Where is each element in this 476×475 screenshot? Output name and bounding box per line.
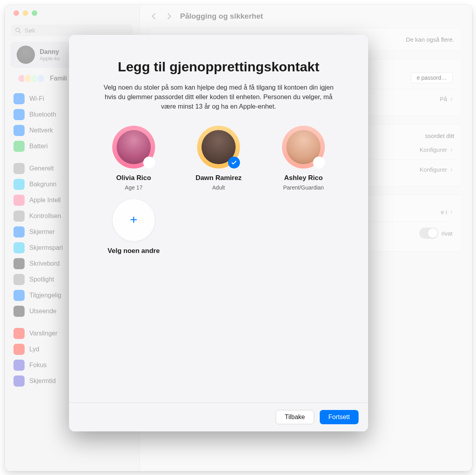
contact-name: Dawn Ramirez — [196, 174, 242, 182]
modal-body: Legg til gjenopprettingskontakt Velg noe… — [69, 35, 368, 402]
contact-name: Ashley Rico — [284, 174, 322, 182]
search-input[interactable]: Søk — [11, 25, 133, 36]
sidebar-item-label: Fokus — [29, 362, 47, 369]
sidebar-item-label: Tilgjengelig — [29, 292, 61, 299]
continue-button[interactable]: Fortsett — [320, 410, 359, 424]
sidebar-item-label: Utseende — [29, 308, 57, 315]
page-title: Pålogging og sikkerhet — [180, 12, 263, 21]
sidebar-icon — [13, 163, 25, 174]
sidebar-item-label: Lyd — [29, 346, 39, 353]
contact-option-olivia[interactable]: Olivia Rico Age 17 — [99, 126, 168, 191]
close-window-icon[interactable] — [13, 10, 19, 16]
sidebar-icon — [13, 360, 25, 371]
account-sub: Apple-ko — [40, 56, 60, 61]
sidebar-icon — [13, 109, 25, 120]
contact-sub: Adult — [212, 184, 225, 191]
sidebar-item-label: Wi-Fi — [29, 95, 44, 102]
modal-footer: Tilbake Fortsett — [69, 402, 368, 431]
sidebar-icon — [13, 195, 25, 206]
avatar — [17, 46, 35, 64]
contact-sub: Age 17 — [125, 184, 142, 191]
sidebar-icon — [13, 344, 25, 355]
sidebar-item-label: Skrivebord — [29, 260, 60, 267]
search-icon — [15, 27, 21, 34]
chevron-right-icon: › — [450, 146, 453, 154]
contact-name: Olivia Rico — [116, 174, 151, 182]
sidebar-item-label: Bakgrunn — [29, 181, 57, 188]
maximize-window-icon[interactable] — [32, 10, 37, 16]
sidebar-item-label: Batteri — [29, 143, 48, 150]
selection-indicator-icon — [313, 157, 325, 169]
sidebar-item-label: Varslinger — [29, 330, 58, 337]
forward-button[interactable] — [165, 12, 173, 20]
selection-indicator-icon — [143, 157, 155, 169]
sidebar-item-label: Kontrollsen — [29, 213, 61, 220]
sidebar-item-label: Skjermspari — [29, 244, 63, 251]
sidebar-icon — [13, 179, 25, 190]
sidebar-icon — [13, 306, 25, 317]
private-toggle[interactable] — [419, 228, 438, 239]
sidebar-item-label: Spotlight — [29, 276, 54, 283]
sidebar-item-label: Apple Intell — [29, 197, 61, 204]
checkmark-icon — [228, 157, 240, 169]
sidebar-icon — [13, 211, 25, 222]
account-name: Danny — [40, 48, 60, 56]
sidebar-item-label: Famili — [50, 75, 67, 82]
choose-other-label: Velg noen andre — [107, 247, 159, 255]
contact-sub: Parent/Guardian — [283, 184, 324, 191]
sidebar-item-label: Bluetooth — [29, 111, 56, 118]
window-controls — [5, 10, 139, 16]
contacts-grid: Olivia Rico Age 17 Dawn Ramirez Adult — [91, 126, 346, 255]
sidebar-icon — [13, 290, 25, 301]
sidebar-icon — [13, 242, 25, 253]
sidebar-item-label: Skjermtid — [29, 377, 56, 385]
back-button[interactable] — [150, 12, 158, 20]
sidebar-item-label: Generelt — [29, 165, 54, 172]
chevron-right-icon: › — [450, 208, 453, 216]
sidebar-item-label: Nettverk — [29, 127, 53, 134]
contact-option-dawn[interactable]: Dawn Ramirez Adult — [184, 126, 253, 191]
choose-other-button[interactable]: + Velg noen andre — [99, 199, 168, 255]
chevron-right-icon: › — [450, 95, 453, 103]
modal-title: Legg til gjenopprettingskontakt — [118, 59, 319, 75]
chevron-right-icon: › — [450, 165, 453, 174]
plus-icon: + — [112, 199, 155, 241]
sidebar-icon — [13, 93, 25, 104]
sidebar-icon — [13, 375, 25, 387]
sidebar-icon — [13, 274, 25, 285]
sidebar-item-label: Skjermer — [29, 228, 55, 236]
minimize-window-icon[interactable] — [23, 10, 28, 16]
sidebar-icon — [13, 226, 25, 238]
sidebar-icon — [13, 125, 25, 136]
change-password-button[interactable]: e passord… — [411, 72, 453, 83]
sidebar-icon — [13, 258, 25, 269]
search-placeholder: Søk — [25, 27, 35, 34]
contact-option-ashley[interactable]: Ashley Rico Parent/Guardian — [269, 126, 338, 191]
sidebar-icon — [13, 328, 25, 339]
main-header: Pålogging og sikkerhet — [140, 5, 472, 28]
modal-description: Velg noen du stoler på som kan hjelpe de… — [104, 83, 334, 111]
back-button[interactable]: Tilbake — [276, 410, 314, 424]
sidebar-icon — [13, 141, 25, 152]
family-avatars-icon — [17, 74, 45, 83]
recovery-contact-modal: Legg til gjenopprettingskontakt Velg noe… — [69, 35, 368, 431]
